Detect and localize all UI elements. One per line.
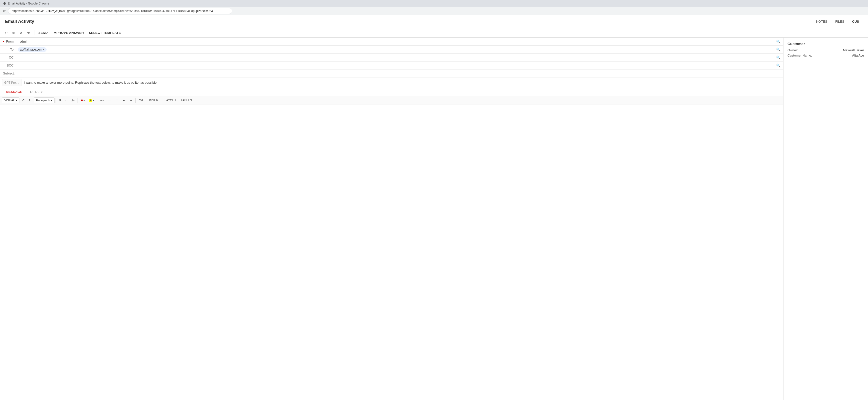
- bcc-search-icon[interactable]: 🔍: [774, 63, 783, 68]
- unordered-list-button[interactable]: ☰: [114, 97, 120, 103]
- owner-label: Owner:: [787, 48, 820, 52]
- browser-url-bar[interactable]: https://localhost/ChatGPT23R2/(W(10041))…: [8, 8, 232, 14]
- top-nav: Email Activity NOTES FILES CUS: [0, 15, 868, 28]
- align-button[interactable]: ≡ ▾: [98, 97, 106, 103]
- browser-back-icon[interactable]: ⟳: [3, 9, 6, 13]
- email-compose: • From: 🔍 To: ap@altaace.con ×: [0, 38, 783, 400]
- editor-sep-1: [56, 98, 56, 103]
- customer-panel: Customer Owner: Maxwell Baker Customer N…: [783, 38, 868, 400]
- send-button[interactable]: SEND: [36, 30, 50, 36]
- select-template-button[interactable]: SELECT TEMPLATE: [87, 30, 123, 36]
- gpt-input[interactable]: [22, 79, 781, 86]
- underline-chevron-icon: ▾: [73, 99, 74, 102]
- highlight-button[interactable]: A ▾: [87, 97, 96, 103]
- font-color-icon: A: [81, 99, 83, 102]
- to-input[interactable]: [47, 46, 774, 53]
- app-container: Email Activity NOTES FILES CUS ↩ ⧉ ↺ 🗑 S…: [0, 15, 868, 400]
- align-icon: ≡: [100, 99, 102, 102]
- undo-icon: ↺: [20, 31, 22, 35]
- ordered-list-button[interactable]: ≔: [106, 97, 113, 103]
- cc-field-row: CC: 🔍: [0, 54, 783, 62]
- highlight-chevron-icon: ▾: [93, 99, 94, 102]
- copy-button[interactable]: ⧉: [10, 30, 17, 36]
- more-options-button[interactable]: ···: [124, 30, 130, 36]
- font-color-button[interactable]: A ▾: [79, 97, 87, 103]
- toolbar-separator-1: [34, 30, 34, 35]
- bcc-label: BCC:: [0, 62, 18, 69]
- gpt-prompt-bar: GPT Pro....: [2, 79, 781, 86]
- paragraph-label: Paragraph: [36, 99, 50, 102]
- files-button[interactable]: FILES: [831, 18, 848, 25]
- customer-name-label: Customer Name:: [787, 54, 820, 57]
- paragraph-chevron-icon: ▾: [51, 99, 52, 102]
- cc-label: CC:: [0, 54, 18, 61]
- to-search-icon[interactable]: 🔍: [774, 46, 783, 53]
- from-search-icon[interactable]: 🔍: [774, 39, 783, 44]
- trash-icon: 🗑: [27, 31, 30, 35]
- to-field-row: To: ap@altaace.con × 🔍: [0, 45, 783, 54]
- editor-sep-2: [78, 98, 78, 103]
- visual-chevron-icon: ▾: [16, 99, 17, 102]
- customer-name-row: Customer Name: Alta Ace: [787, 54, 864, 57]
- insert-button[interactable]: INSERT: [147, 97, 162, 103]
- paragraph-dropdown[interactable]: Paragraph ▾: [34, 97, 55, 103]
- delete-button[interactable]: 🗑: [25, 30, 32, 36]
- layout-label: LAYOUT: [164, 99, 176, 102]
- cc-input[interactable]: [18, 54, 774, 61]
- align-chevron-icon: ▾: [102, 99, 104, 102]
- underline-button[interactable]: U ▾: [69, 97, 77, 103]
- undo-editor-icon: ↺: [22, 99, 25, 102]
- required-indicator: •: [3, 40, 4, 43]
- undo-button[interactable]: ↺: [18, 30, 24, 36]
- editor-area[interactable]: [0, 105, 783, 400]
- browser-addressbar: ⟳ https://localhost/ChatGPT23R2/(W(10041…: [0, 7, 868, 15]
- bold-button[interactable]: B: [57, 97, 63, 103]
- owner-value: Maxwell Baker: [820, 48, 864, 52]
- visual-dropdown[interactable]: VISUAL ▾: [2, 97, 20, 103]
- layout-button[interactable]: LAYOUT: [162, 97, 178, 103]
- remove-to-email-button[interactable]: ×: [43, 48, 44, 51]
- tab-message[interactable]: MESSAGE: [2, 88, 26, 96]
- underline-icon: U: [71, 99, 73, 102]
- visual-label: VISUAL: [4, 99, 15, 102]
- redo-editor-button[interactable]: ↻: [27, 97, 33, 103]
- cus-button[interactable]: CUS: [848, 18, 863, 25]
- page-title: Email Activity: [5, 19, 34, 24]
- bcc-input[interactable]: [18, 62, 774, 68]
- outdent-button[interactable]: ⇤: [121, 97, 127, 103]
- customer-section-title: Customer: [787, 42, 864, 46]
- copy-icon: ⧉: [12, 31, 15, 35]
- editor-sep-3: [97, 98, 97, 103]
- back-icon: ↩: [5, 31, 7, 35]
- editor-toolbar: VISUAL ▾ ↺ ↻ Paragraph ▾ B: [0, 96, 783, 105]
- notes-button[interactable]: NOTES: [812, 18, 831, 25]
- undo-editor-button[interactable]: ↺: [20, 97, 26, 103]
- italic-button[interactable]: I: [63, 97, 68, 103]
- owner-row: Owner: Maxwell Baker: [787, 48, 864, 52]
- editor-sep-5: [146, 98, 146, 103]
- subject-label: Subject:: [0, 70, 18, 77]
- indent-button[interactable]: ⇥: [128, 97, 134, 103]
- bold-icon: B: [59, 99, 61, 102]
- unordered-list-icon: ☰: [116, 99, 118, 102]
- font-color-chevron-icon: ▾: [84, 99, 85, 102]
- back-button[interactable]: ↩: [3, 30, 9, 36]
- ellipsis-icon: ···: [126, 31, 128, 35]
- clear-format-button[interactable]: ⌫: [136, 97, 145, 103]
- tables-button[interactable]: TABLES: [179, 97, 194, 103]
- tab-details[interactable]: DETAILS: [26, 88, 48, 96]
- from-input[interactable]: [18, 38, 774, 44]
- cc-search-icon[interactable]: 🔍: [774, 55, 783, 61]
- bcc-field-row: BCC: 🔍: [0, 62, 783, 69]
- to-email-value: ap@altaace.con: [20, 48, 42, 51]
- to-email-tag: ap@altaace.con ×: [18, 47, 46, 52]
- eraser-icon: ⌫: [138, 99, 143, 102]
- improve-answer-button[interactable]: IMPROVE ANSWER: [51, 30, 86, 36]
- top-nav-actions: NOTES FILES CUS: [812, 18, 863, 25]
- subject-field-row: Subject:: [0, 69, 783, 77]
- gpt-label: GPT Pro....: [2, 79, 22, 86]
- browser-title: Email Activity - Google Chrome: [8, 2, 49, 5]
- ordered-list-icon: ≔: [108, 99, 111, 102]
- subject-input[interactable]: [18, 70, 783, 76]
- highlight-icon: A: [89, 99, 92, 102]
